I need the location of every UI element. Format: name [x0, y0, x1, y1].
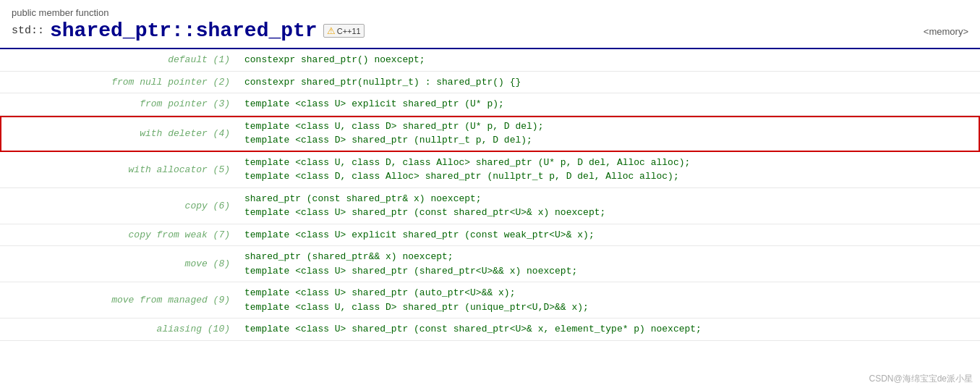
label-cell-move-from-managed: move from managed (9) — [0, 282, 239, 318]
code-cell-aliasing: template <class U> shared_ptr (const sha… — [239, 319, 980, 340]
public-member-label: public member function — [12, 7, 968, 18]
code-line: template <class U, class D> shared_ptr (… — [244, 119, 974, 134]
cpp11-label: C++11 — [337, 27, 361, 35]
entry-row-move: move (8)shared_ptr (shared_ptr&& x) noex… — [0, 246, 980, 282]
page-wrapper: public member function std::shared_ptr::… — [0, 0, 980, 388]
label-cell-copy: copy (6) — [0, 188, 239, 224]
code-line: constexpr shared_ptr() noexcept; — [244, 53, 974, 67]
memory-link-close: > — [963, 26, 968, 37]
entry-row-copy: copy (6)shared_ptr (const shared_ptr& x)… — [0, 188, 980, 224]
entry-row-with-allocator: with allocator (5)template <class U, cla… — [0, 152, 980, 188]
code-line: constexpr shared_ptr(nullptr_t) : shared… — [244, 75, 974, 90]
title-prefix: std:: — [12, 25, 44, 37]
label-cell-default: default (1) — [0, 49, 239, 71]
table-area: default (1)constexpr shared_ptr() noexce… — [0, 49, 980, 341]
code-cell-default: constexpr shared_ptr() noexcept; — [239, 49, 980, 71]
label-cell-from-pointer: from pointer (3) — [0, 93, 239, 115]
title-main: shared_ptr::shared_ptr — [50, 20, 318, 42]
entry-row-copy-from-weak: copy from weak (7)template <class U> exp… — [0, 224, 980, 247]
label-cell-with-allocator: with allocator (5) — [0, 152, 239, 187]
label-cell-from-null-pointer: from null pointer (2) — [0, 72, 239, 93]
entry-row-with-deleter: with deleter (4)template <class U, class… — [0, 116, 980, 152]
code-line: shared_ptr (shared_ptr&& x) noexcept; — [244, 250, 974, 264]
header-section: public member function std::shared_ptr::… — [0, 6, 980, 48]
code-cell-copy-from-weak: template <class U> explicit shared_ptr (… — [239, 224, 980, 246]
memory-link-inner: memory — [929, 26, 963, 37]
code-cell-with-deleter: template <class U, class D> shared_ptr (… — [239, 116, 980, 151]
watermark: CSDN@海绵宝宝de派小星 — [869, 373, 973, 385]
label-cell-aliasing: aliasing (10) — [0, 319, 239, 340]
code-line: template <class U> shared_ptr (const sha… — [244, 322, 974, 337]
entry-row-default: default (1)constexpr shared_ptr() noexce… — [0, 49, 980, 72]
code-line: template <class U, class D> shared_ptr (… — [244, 300, 974, 315]
title-row: std::shared_ptr::shared_ptr ⚠ C++11 — [12, 20, 968, 42]
label-cell-with-deleter: with deleter (4) — [0, 116, 239, 151]
code-line: template <class U> explicit shared_ptr (… — [244, 228, 974, 242]
entry-row-aliasing: aliasing (10)template <class U> shared_p… — [0, 319, 980, 341]
label-cell-move: move (8) — [0, 246, 239, 282]
code-cell-move: shared_ptr (shared_ptr&& x) noexcept;tem… — [239, 246, 980, 282]
entry-row-from-pointer: from pointer (3)template <class U> expli… — [0, 93, 980, 116]
cpp11-badge: ⚠ C++11 — [323, 24, 365, 38]
code-cell-copy: shared_ptr (const shared_ptr& x) noexcep… — [239, 188, 980, 224]
label-cell-copy-from-weak: copy from weak (7) — [0, 224, 239, 246]
code-cell-with-allocator: template <class U, class D, class Alloc>… — [239, 152, 980, 187]
code-cell-move-from-managed: template <class U> shared_ptr (auto_ptr<… — [239, 282, 980, 318]
memory-link[interactable]: <memory> — [924, 26, 968, 37]
code-line: template <class U, class D, class Alloc>… — [244, 156, 974, 170]
code-cell-from-null-pointer: constexpr shared_ptr(nullptr_t) : shared… — [239, 72, 980, 93]
warning-icon: ⚠ — [327, 25, 336, 36]
code-line: template <class U> shared_ptr (shared_pt… — [244, 264, 974, 279]
entry-row-from-null-pointer: from null pointer (2)constexpr shared_pt… — [0, 72, 980, 94]
entry-row-move-from-managed: move from managed (9)template <class U> … — [0, 282, 980, 319]
code-cell-from-pointer: template <class U> explicit shared_ptr (… — [239, 93, 980, 115]
code-line: template <class U> explicit shared_ptr (… — [244, 97, 974, 111]
code-line: template <class U> shared_ptr (const sha… — [244, 206, 974, 220]
code-line: template <class D> shared_ptr (nullptr_t… — [244, 133, 974, 148]
code-line: shared_ptr (const shared_ptr& x) noexcep… — [244, 192, 974, 206]
code-line: template <class U> shared_ptr (auto_ptr<… — [244, 286, 974, 300]
code-line: template <class D, class Alloc> shared_p… — [244, 169, 974, 184]
